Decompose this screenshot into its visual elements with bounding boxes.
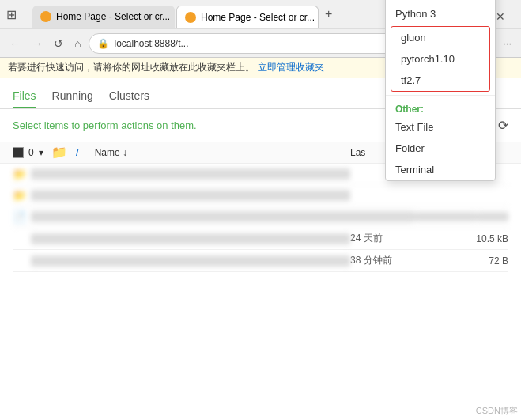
file-name-1 — [31, 168, 350, 180]
tab-clusters[interactable]: Clusters — [109, 85, 149, 108]
check-area: 0 ▾ 📁 — [13, 145, 76, 160]
file-size-3 — [477, 212, 508, 221]
file-size-4: 10.5 kB — [445, 233, 508, 244]
toolbar-left: Select items to perform actions on them. — [13, 119, 197, 131]
jupyter-body: Files Running Clusters Select items to p… — [0, 78, 521, 272]
tab-1[interactable]: Home Page - Select or cr... ✕ — [32, 6, 175, 28]
file-rows: 📁 📁 📄 📄 24 天前 10.5 kB — [0, 164, 521, 272]
home-button[interactable]: ⌂ — [71, 36, 84, 51]
address-text: localhost:8888/t... — [114, 38, 403, 49]
breadcrumb[interactable]: / — [76, 146, 79, 158]
dropdown-python3[interactable]: Python 3 — [386, 3, 495, 25]
new-dropdown: Notebook: Python 3 gluon pytorch1.10 tf2… — [385, 0, 496, 181]
info-link[interactable]: 立即管理收藏夹 — [258, 61, 324, 74]
tab-2[interactable]: Home Page - Select or cr... ✕ — [176, 6, 319, 28]
forward-button[interactable]: → — [28, 36, 46, 51]
file-name-2 — [31, 190, 350, 201]
file-row-4[interactable]: 📄 24 天前 10.5 kB — [13, 228, 508, 250]
dropdown-textfile[interactable]: Text File — [386, 116, 495, 138]
dropdown-tf27[interactable]: tf2.7 — [391, 70, 489, 91]
tab-files[interactable]: Files — [13, 85, 36, 108]
window-controls: ⊞ — [6, 7, 20, 22]
file-row-5[interactable]: 📄 38 分钟前 72 B — [13, 250, 508, 272]
file-icon-1: 📁 — [13, 168, 26, 180]
dropdown-pytorch[interactable]: pytorch1.10 — [391, 48, 489, 70]
dropdown-terminal[interactable]: Terminal — [386, 159, 495, 180]
refresh-button[interactable]: ⟳ — [498, 118, 508, 133]
select-all-checkbox[interactable] — [13, 147, 24, 158]
file-icon-3: 📄 — [13, 210, 26, 223]
file-name-3 — [31, 211, 413, 222]
tab-2-label: Home Page - Select or cr... — [201, 12, 315, 23]
more-button[interactable]: ··· — [500, 36, 515, 51]
file-icon-2: 📁 — [13, 189, 26, 202]
file-size-5: 72 B — [445, 255, 508, 267]
dropdown-divider — [386, 95, 495, 96]
file-date-3 — [413, 212, 477, 221]
col-name-header[interactable]: Name ↓ — [95, 147, 350, 158]
back-button[interactable]: ← — [6, 36, 24, 51]
check-count: 0 — [28, 147, 34, 158]
file-date-4: 24 天前 — [350, 232, 445, 245]
tab-1-label: Home Page - Select or cr... — [56, 11, 170, 22]
other-section-label: Other: — [386, 99, 495, 116]
info-text: 若要进行快速访问，请将你的网址收藏放在此收藏夹栏上。 — [8, 61, 255, 74]
file-date-5: 38 分钟前 — [350, 254, 445, 267]
tab-2-icon — [185, 12, 196, 23]
file-row-2[interactable]: 📁 — [13, 185, 508, 206]
file-row-3[interactable]: 📄 — [13, 206, 508, 228]
dropdown-gluon[interactable]: gluon — [391, 27, 489, 48]
file-name-4 — [31, 233, 350, 244]
file-name-5 — [31, 255, 350, 267]
tab-running[interactable]: Running — [52, 85, 93, 108]
watermark: CSDN博客 — [476, 405, 518, 417]
new-tab-button[interactable]: + — [320, 7, 337, 21]
address-bar[interactable]: 🔒 localhost:8888/t... ★ ⎘ — [89, 33, 436, 54]
reload-button[interactable]: ↺ — [51, 36, 66, 51]
tab-1-icon — [40, 11, 51, 22]
dropdown-folder[interactable]: Folder — [386, 138, 495, 159]
select-info-text: Select items to perform actions on them. — [13, 119, 197, 131]
